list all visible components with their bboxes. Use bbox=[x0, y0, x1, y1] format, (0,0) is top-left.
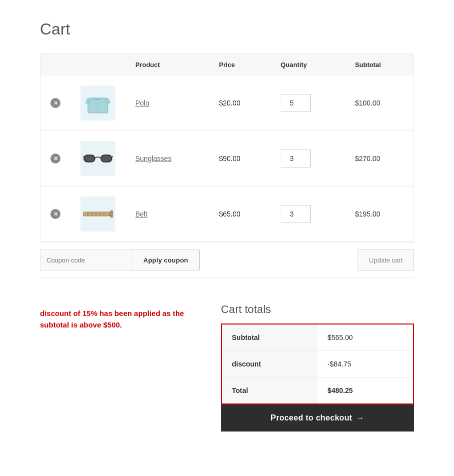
table-row: Sunglasses $90.00 $270.00 bbox=[40, 131, 414, 186]
remove-button[interactable] bbox=[50, 154, 60, 164]
remove-icon bbox=[50, 154, 60, 164]
quantity-input[interactable] bbox=[281, 94, 311, 112]
product-image bbox=[80, 86, 115, 120]
cart-totals-title: Cart totals bbox=[221, 303, 414, 316]
remove-icon bbox=[50, 209, 60, 219]
price-cell: $90.00 bbox=[209, 131, 270, 186]
coupon-input[interactable] bbox=[40, 250, 132, 270]
subtotal-value: $565.00 bbox=[318, 324, 414, 351]
remove-cell bbox=[40, 131, 71, 186]
page-title: Cart bbox=[40, 20, 414, 38]
product-name-cell: Polo bbox=[125, 76, 209, 131]
product-image-cell bbox=[70, 76, 125, 131]
coupon-section: Apply coupon bbox=[40, 250, 200, 270]
discount-row: discount -$84.75 bbox=[221, 351, 414, 378]
col-header-product: Product bbox=[125, 54, 209, 76]
svg-point-15 bbox=[95, 214, 97, 215]
price-cell: $65.00 bbox=[209, 186, 270, 242]
svg-point-2 bbox=[97, 106, 98, 106]
checkout-label: Proceed to checkout bbox=[271, 414, 352, 422]
total-row: Total $480.25 bbox=[221, 378, 414, 404]
remove-button[interactable] bbox=[50, 209, 60, 219]
totals-table: Subtotal $565.00 discount -$84.75 Total … bbox=[221, 324, 414, 404]
product-name-cell: Sunglasses bbox=[125, 131, 209, 186]
product-link[interactable]: Polo bbox=[135, 99, 149, 107]
checkout-button[interactable]: Proceed to checkout→ bbox=[221, 404, 414, 432]
svg-point-14 bbox=[91, 214, 93, 215]
svg-line-7 bbox=[112, 156, 113, 157]
subtotal-cell: $195.00 bbox=[345, 186, 414, 242]
product-image-cell bbox=[70, 131, 125, 186]
product-image bbox=[80, 196, 115, 232]
price-cell: $20.00 bbox=[209, 76, 270, 131]
subtotal-cell: $270.00 bbox=[345, 131, 414, 186]
col-header-subtotal: Subtotal bbox=[345, 54, 414, 76]
svg-rect-11 bbox=[110, 210, 113, 218]
svg-rect-8 bbox=[84, 156, 94, 162]
subtotal-cell: $100.00 bbox=[345, 76, 414, 131]
svg-rect-9 bbox=[101, 156, 111, 162]
table-row: Belt $65.00 $195.00 bbox=[40, 186, 414, 242]
product-image-cell bbox=[70, 186, 125, 242]
remove-icon bbox=[50, 98, 60, 108]
quantity-cell bbox=[271, 186, 345, 242]
subtotal-row: Subtotal $565.00 bbox=[221, 324, 414, 351]
update-cart-button[interactable]: Update cart bbox=[358, 250, 414, 270]
total-label: Total bbox=[221, 378, 317, 404]
total-value: $480.25 bbox=[318, 378, 414, 404]
discount-value: -$84.75 bbox=[318, 351, 414, 378]
product-link[interactable]: Sunglasses bbox=[135, 154, 171, 162]
remove-button[interactable] bbox=[50, 98, 60, 108]
svg-point-13 bbox=[87, 214, 89, 215]
svg-line-6 bbox=[83, 156, 84, 157]
col-header-image bbox=[70, 54, 125, 76]
product-link[interactable]: Belt bbox=[135, 210, 147, 218]
cart-totals-section: Cart totals Subtotal $565.00 discount -$… bbox=[221, 303, 414, 432]
bottom-section: discount of 15% has been applied as the … bbox=[40, 303, 414, 432]
svg-point-1 bbox=[97, 103, 98, 104]
svg-point-16 bbox=[99, 214, 101, 215]
quantity-input[interactable] bbox=[281, 205, 311, 223]
cart-table: Product Price Quantity Subtotal bbox=[40, 54, 414, 242]
col-header-price: Price bbox=[209, 54, 270, 76]
discount-label: discount bbox=[221, 351, 317, 378]
product-name-cell: Belt bbox=[125, 186, 209, 242]
quantity-cell bbox=[271, 76, 345, 131]
svg-point-3 bbox=[97, 108, 98, 109]
coupon-row: Apply coupon Update cart bbox=[40, 242, 414, 278]
product-image bbox=[80, 141, 115, 176]
apply-coupon-button[interactable]: Apply coupon bbox=[132, 250, 200, 270]
col-header-quantity: Quantity bbox=[271, 54, 345, 76]
remove-cell bbox=[40, 186, 71, 242]
quantity-cell bbox=[271, 131, 345, 186]
col-header-remove bbox=[40, 54, 71, 76]
remove-cell bbox=[40, 76, 71, 131]
quantity-input[interactable] bbox=[281, 150, 311, 168]
svg-point-17 bbox=[103, 214, 105, 215]
discount-message: discount of 15% has been applied as the … bbox=[40, 303, 201, 330]
checkout-arrow: → bbox=[356, 414, 364, 422]
subtotal-label: Subtotal bbox=[221, 324, 317, 351]
table-row: Polo $20.00 $100.00 bbox=[40, 76, 414, 131]
